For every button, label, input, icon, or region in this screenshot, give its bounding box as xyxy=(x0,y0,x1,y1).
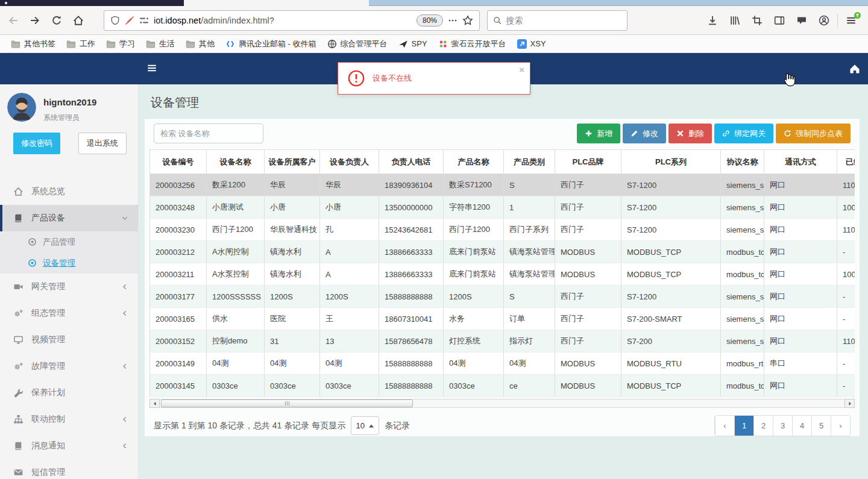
table-cell: 1000000 xyxy=(837,196,855,219)
table-row[interactable]: 200003152控制demo311315878656478灯控系统指示灯西门子… xyxy=(150,330,855,352)
toolbar-button-library[interactable] xyxy=(725,11,744,30)
url-bar[interactable]: iot.idosp.net/admin/index.html? 80% xyxy=(104,10,480,31)
toolbar-button-downloads[interactable] xyxy=(703,11,722,30)
column-header[interactable]: PLC系列 xyxy=(621,150,721,174)
column-header[interactable]: 已绑定网关 xyxy=(837,150,855,174)
bookmark-study[interactable]: 学习 xyxy=(101,37,140,51)
column-header[interactable]: 产品名称 xyxy=(444,150,504,174)
column-header[interactable]: 通讯方式 xyxy=(764,150,837,174)
screenshot-icon xyxy=(752,15,763,26)
column-header[interactable]: 设备名称 xyxy=(207,150,265,174)
table-row[interactable]: 2000031450303ce0303ce0303ce1588888888803… xyxy=(150,375,855,397)
bookmark-ezviz-open[interactable]: 萤石云开放平台 xyxy=(433,37,511,51)
sidebar-item-fault-mgmt[interactable]: 故障管理 xyxy=(0,353,138,380)
app-menu-button[interactable] xyxy=(841,11,861,30)
column-header[interactable]: 设备编号 xyxy=(150,150,207,174)
sidebar-item-gateway-mgmt[interactable]: 网关管理 xyxy=(0,274,138,300)
logout-button[interactable]: 退出系统 xyxy=(78,133,127,154)
device-search-input[interactable] xyxy=(154,124,263,143)
scrollbar-thumb[interactable] xyxy=(161,399,413,407)
scrollbar-track[interactable] xyxy=(160,399,844,408)
table-cell: 灯控系统 xyxy=(444,330,504,352)
bookmark-mgmt-platform[interactable]: 综合管理平台 xyxy=(322,37,392,51)
action-button-bind-gateway[interactable]: 绑定网关 xyxy=(714,124,773,143)
column-header[interactable]: 产品类别 xyxy=(504,150,555,174)
action-button-add[interactable]: 新增 xyxy=(577,124,620,143)
table-row[interactable]: 200003212A水闸控制镇海水利A13886663333底来门前泵站镇海泵站… xyxy=(150,241,855,263)
sidebar-item-scada-mgmt[interactable]: 组态管理 xyxy=(0,300,138,327)
permissions-icon[interactable] xyxy=(139,16,149,25)
toolbar-button-pocket[interactable] xyxy=(792,11,811,30)
column-header[interactable]: 协议名称 xyxy=(721,150,764,174)
toolbar-button-screenshot[interactable] xyxy=(747,11,767,30)
bookmark-other-bookmarks[interactable]: 其他书签 xyxy=(6,37,60,51)
sidebar-item-video-mgmt[interactable]: 视频管理 xyxy=(0,327,138,353)
action-button-force-sync[interactable]: 强制同步点表 xyxy=(776,124,851,143)
sitemap-icon xyxy=(13,415,24,424)
toolbar-button-account[interactable] xyxy=(814,11,834,30)
action-button-label: 修改 xyxy=(643,128,658,139)
sidebar-item-maintenance-plan[interactable]: 保养计划 xyxy=(0,380,138,406)
toolbar-button-sidebars[interactable] xyxy=(770,11,789,30)
horizontal-scrollbar[interactable] xyxy=(149,399,855,408)
page-button-4[interactable]: 4 xyxy=(792,416,811,436)
bookmark-spy[interactable]: SPY xyxy=(394,37,432,51)
sidebar-item-sms-mgmt[interactable]: 短信管理 xyxy=(0,459,138,479)
action-button-edit[interactable]: 修改 xyxy=(623,124,666,143)
page-button-prev[interactable]: ‹ xyxy=(715,416,734,436)
nav-button-forward[interactable] xyxy=(25,11,45,30)
change-password-button[interactable]: 修改密码 xyxy=(13,133,60,154)
bookmark-work[interactable]: 工作 xyxy=(61,37,100,51)
sidebar-item-product-device[interactable]: 产品设备 xyxy=(0,205,138,231)
app-home-button[interactable] xyxy=(849,63,861,77)
table-row[interactable]: 200003248小唐测试小唐小唐13500000000字符串12001西门子S… xyxy=(150,196,855,219)
scroll-right-button[interactable] xyxy=(844,399,855,408)
page-button-1[interactable]: 1 xyxy=(734,416,753,436)
bookmark-star-icon[interactable] xyxy=(462,15,473,26)
column-header[interactable]: 负责人电话 xyxy=(379,150,444,174)
page-size-select[interactable]: 10 xyxy=(351,416,379,435)
pagination-info: 显示第 1 到第 10 条记录，总共 41 条记录 每页显示 xyxy=(154,421,345,431)
page-actions-icon[interactable] xyxy=(448,16,458,25)
page-button-3[interactable]: 3 xyxy=(773,416,792,436)
nav-button-reload[interactable] xyxy=(47,11,66,30)
page-button-5[interactable]: 5 xyxy=(811,416,831,436)
sidebar-item-linkage-control[interactable]: 联动控制 xyxy=(0,406,138,433)
alert-close-button[interactable]: × xyxy=(519,64,524,75)
table-cell: A xyxy=(320,263,379,286)
user-panel: hignton2019 系统管理员 xyxy=(0,84,138,123)
shield-icon[interactable] xyxy=(110,16,120,25)
column-header[interactable]: PLC品牌 xyxy=(555,150,621,174)
table-row[interactable]: 2000031771200SSSSSS1200S1200S15888888888… xyxy=(150,286,855,308)
bookmark-tencent-mail[interactable]: 腾讯企业邮箱 - 收件箱 xyxy=(221,37,321,51)
table-cell: 1200S xyxy=(320,286,379,308)
sidebar-toggle-button[interactable] xyxy=(146,63,157,75)
bookmark-xsy[interactable]: XSY xyxy=(512,37,551,51)
page-button-next[interactable]: › xyxy=(831,416,850,436)
bookmark-misc[interactable]: 其他 xyxy=(181,37,219,51)
action-button-delete[interactable]: 删除 xyxy=(668,124,712,143)
table-cell: 200003212 xyxy=(150,241,207,263)
tracking-off-icon[interactable] xyxy=(125,16,134,25)
toolbar-divider xyxy=(837,14,838,27)
table-row[interactable]: 200003230西门子1200华辰智通科技孔15243642681西门子120… xyxy=(150,219,855,241)
column-header[interactable]: 设备所属客户 xyxy=(265,150,320,174)
sidebar-item-device-mgmt[interactable]: 设备管理 xyxy=(0,252,138,274)
home-icon xyxy=(73,15,84,26)
table-row[interactable]: 200003165供水医院王18607310041水务订单西门子S7-200-S… xyxy=(150,308,855,330)
column-header[interactable]: 设备负责人 xyxy=(320,150,379,174)
bookmark-life[interactable]: 生活 xyxy=(141,37,180,51)
sidebar-item-system-overview[interactable]: 系统总览 xyxy=(0,178,138,205)
sidebars-icon xyxy=(774,15,785,26)
sidebar-item-message-notify[interactable]: 消息通知 xyxy=(0,433,138,459)
browser-search-input[interactable] xyxy=(506,16,621,25)
table-row[interactable]: 200003211A水泵控制镇海水利A13886663333底来门前泵站镇海泵站… xyxy=(150,263,855,286)
nav-button-back[interactable] xyxy=(4,11,23,30)
table-row[interactable]: 20000314904测04测04测1588888888804测04测MODBU… xyxy=(150,352,855,375)
nav-button-home[interactable] xyxy=(69,11,88,30)
zoom-level-badge[interactable]: 80% xyxy=(417,14,443,27)
sidebar-item-product-mgmt[interactable]: 产品管理 xyxy=(0,231,138,252)
scroll-left-button[interactable] xyxy=(149,399,160,408)
page-button-2[interactable]: 2 xyxy=(753,416,773,436)
table-row[interactable]: 200003256数采1200华辰华辰18390936104数采S71200S西… xyxy=(150,174,855,196)
